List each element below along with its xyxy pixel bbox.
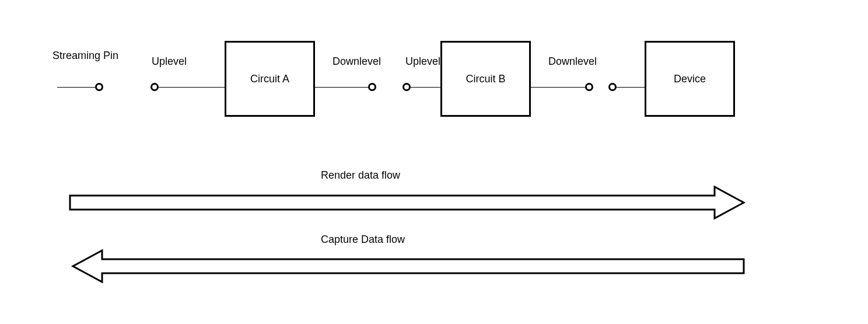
arrow-capture (0, 0, 868, 324)
svg-marker-1 (73, 250, 744, 282)
